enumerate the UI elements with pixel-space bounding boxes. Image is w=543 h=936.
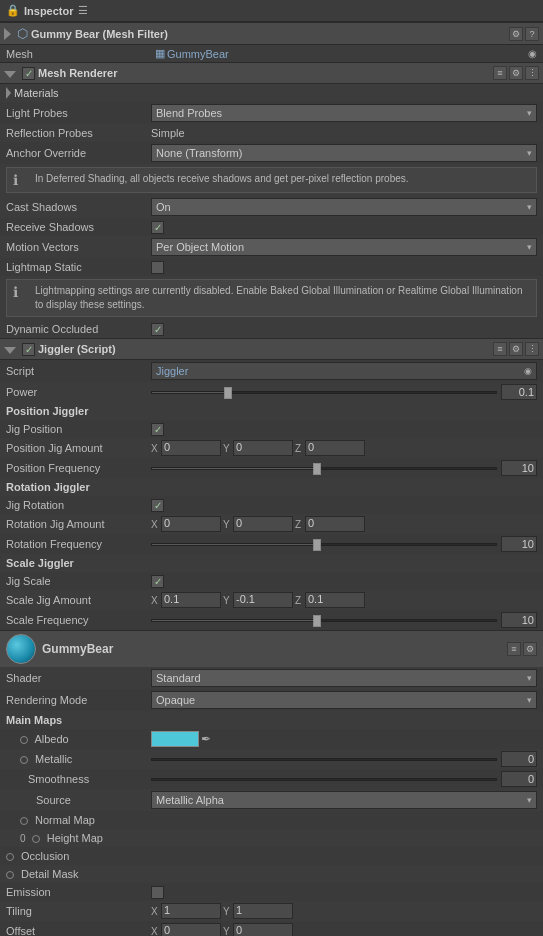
mesh-icon: ▦ bbox=[155, 47, 165, 60]
pos-x-label: X bbox=[151, 443, 159, 454]
anchor-override-value: None (Transform) ▾ bbox=[151, 144, 537, 162]
emission-label: Emission bbox=[6, 886, 151, 898]
offset-y-input[interactable]: 0 bbox=[233, 923, 293, 936]
rendering-mode-label: Rendering Mode bbox=[6, 694, 151, 706]
pos-freq-thumb[interactable] bbox=[313, 463, 321, 475]
rot-freq-track[interactable] bbox=[151, 543, 497, 546]
reflection-probes-value: Simple bbox=[151, 127, 537, 139]
jiggler-enabled-checkbox[interactable]: ✓ bbox=[22, 343, 35, 356]
mat-settings-btn[interactable]: ≡ bbox=[507, 642, 521, 656]
tiling-x-label: X bbox=[151, 906, 159, 917]
metallic-slider[interactable] bbox=[151, 758, 497, 761]
tiling-y-input[interactable]: 1 bbox=[233, 903, 293, 919]
pos-y-input[interactable]: 0 bbox=[233, 440, 293, 456]
scale-x-input[interactable]: 0.1 bbox=[161, 592, 221, 608]
rot-freq-value[interactable]: 10 bbox=[501, 536, 537, 552]
jig-dots-btn[interactable]: ⋮ bbox=[525, 342, 539, 356]
eyedropper-icon[interactable]: ✒ bbox=[201, 732, 211, 746]
motion-vectors-dropdown[interactable]: Per Object Motion ▾ bbox=[151, 238, 537, 256]
pos-freq-row: Position Frequency 10 bbox=[0, 458, 543, 478]
lightmap-static-checkbox[interactable] bbox=[151, 261, 164, 274]
source-arrow: ▾ bbox=[527, 795, 532, 805]
smoothness-slider[interactable] bbox=[151, 778, 497, 781]
shader-row: Shader Standard ▾ bbox=[0, 667, 543, 689]
smoothness-value[interactable]: 0 bbox=[501, 771, 537, 787]
light-probes-value: Blend Probes ▾ bbox=[151, 104, 537, 122]
lightmap-info-box: ℹ Lightmapping settings are currently di… bbox=[6, 279, 537, 317]
metallic-row: Metallic 0 bbox=[0, 749, 543, 769]
power-slider-track[interactable] bbox=[151, 391, 497, 394]
emission-row: Emission bbox=[0, 883, 543, 901]
rot-y-input[interactable]: 0 bbox=[233, 516, 293, 532]
scale-z-input[interactable]: 0.1 bbox=[305, 592, 365, 608]
offset-x-input[interactable]: 0 bbox=[161, 923, 221, 936]
pos-x-input[interactable]: 0 bbox=[161, 440, 221, 456]
rendering-mode-value: Opaque ▾ bbox=[151, 691, 537, 709]
smoothness-slider-row: 0 bbox=[151, 771, 537, 787]
pos-freq-label: Position Frequency bbox=[6, 462, 151, 474]
power-slider-thumb[interactable] bbox=[224, 387, 232, 399]
albedo-color-swatch[interactable] bbox=[151, 731, 199, 747]
albedo-value: ✒ bbox=[151, 731, 537, 747]
scale-freq-label: Scale Frequency bbox=[6, 614, 151, 626]
reflection-probes-row: Reflection Probes Simple bbox=[0, 124, 543, 142]
source-dropdown[interactable]: Metallic Alpha ▾ bbox=[151, 791, 537, 809]
jig-gear-btn[interactable]: ⚙ bbox=[509, 342, 523, 356]
mr-enabled-checkbox[interactable]: ✓ bbox=[22, 67, 35, 80]
scale-freq-track[interactable] bbox=[151, 619, 497, 622]
light-probes-dropdown[interactable]: Blend Probes ▾ bbox=[151, 104, 537, 122]
mr-gear-btn[interactable]: ⚙ bbox=[509, 66, 523, 80]
anchor-override-dropdown[interactable]: None (Transform) ▾ bbox=[151, 144, 537, 162]
jig-position-checkbox[interactable]: ✓ bbox=[151, 423, 164, 436]
mat-gear-btn[interactable]: ⚙ bbox=[523, 642, 537, 656]
scale-y-input[interactable]: -0.1 bbox=[233, 592, 293, 608]
offset-fields: X 0 Y 0 bbox=[151, 923, 537, 936]
pos-freq-track[interactable] bbox=[151, 467, 497, 470]
info-icon: ℹ bbox=[13, 172, 29, 188]
rendering-mode-dropdown[interactable]: Opaque ▾ bbox=[151, 691, 537, 709]
scale-y-label: Y bbox=[223, 595, 231, 606]
object-info-btn[interactable]: ? bbox=[525, 27, 539, 41]
metallic-value[interactable]: 0 bbox=[501, 751, 537, 767]
menu-icon[interactable]: ☰ bbox=[78, 4, 88, 17]
scale-freq-thumb[interactable] bbox=[313, 615, 321, 627]
tiling-x-input[interactable]: 1 bbox=[161, 903, 221, 919]
power-value[interactable]: 0.1 bbox=[501, 384, 537, 400]
script-name: Jiggler bbox=[156, 365, 188, 377]
detail-mask-label: Detail Mask bbox=[6, 868, 151, 880]
shader-dropdown[interactable]: Standard ▾ bbox=[151, 669, 537, 687]
receive-shadows-value: ✓ bbox=[151, 221, 537, 234]
dynamic-occluded-checkbox[interactable]: ✓ bbox=[151, 323, 164, 336]
jig-menu-btn[interactable]: ≡ bbox=[493, 342, 507, 356]
offset-y-label: Y bbox=[223, 926, 231, 937]
script-dropdown[interactable]: Jiggler ◉ bbox=[151, 362, 537, 380]
cast-shadows-dropdown[interactable]: On ▾ bbox=[151, 198, 537, 216]
pos-jig-amount-row: Position Jig Amount X 0 Y 0 Z 0 bbox=[0, 438, 543, 458]
rot-x-input[interactable]: 0 bbox=[161, 516, 221, 532]
height-map-row: 0 Height Map bbox=[0, 829, 543, 847]
mr-menu-btn[interactable]: ≡ bbox=[493, 66, 507, 80]
emission-value bbox=[151, 886, 537, 899]
normal-map-row: Normal Map bbox=[0, 811, 543, 829]
offset-x-label: X bbox=[151, 926, 159, 937]
pos-z-input[interactable]: 0 bbox=[305, 440, 365, 456]
scale-freq-value[interactable]: 10 bbox=[501, 612, 537, 628]
object-menu-btn[interactable]: ⚙ bbox=[509, 27, 523, 41]
scale-jig-amount-label: Scale Jig Amount bbox=[6, 594, 151, 606]
dynamic-occluded-label: Dynamic Occluded bbox=[6, 323, 151, 335]
rot-jig-amount-row: Rotation Jig Amount X 0 Y 0 Z 0 bbox=[0, 514, 543, 534]
mesh-value[interactable]: GummyBear bbox=[167, 48, 229, 60]
rot-jig-amount-label: Rotation Jig Amount bbox=[6, 518, 151, 530]
jig-scale-checkbox[interactable]: ✓ bbox=[151, 575, 164, 588]
mr-dots-btn[interactable]: ⋮ bbox=[525, 66, 539, 80]
mesh-selector-icon[interactable]: ◉ bbox=[528, 48, 537, 59]
emission-checkbox[interactable] bbox=[151, 886, 164, 899]
rot-z-input[interactable]: 0 bbox=[305, 516, 365, 532]
receive-shadows-checkbox[interactable]: ✓ bbox=[151, 221, 164, 234]
jig-rotation-checkbox[interactable]: ✓ bbox=[151, 499, 164, 512]
pos-freq-value[interactable]: 10 bbox=[501, 460, 537, 476]
materials-label: Materials bbox=[14, 87, 59, 99]
rot-freq-thumb[interactable] bbox=[313, 539, 321, 551]
jig-rotation-value: ✓ bbox=[151, 499, 537, 512]
normal-map-label: Normal Map bbox=[20, 814, 165, 826]
